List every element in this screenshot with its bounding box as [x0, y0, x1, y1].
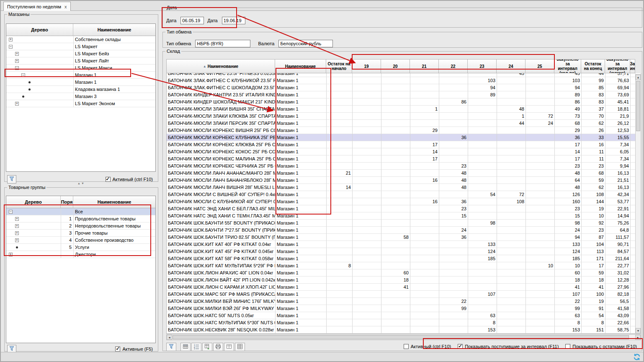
filter-button[interactable] [166, 343, 176, 351]
col-header-qty[interactable]: Закуплено за интервал (кол-во) [554, 59, 581, 73]
table-row[interactable]: БАТОНЧИК ШОК.БАУНТИ 7*27.5Г BOUNTY (ПРИК… [167, 227, 641, 234]
show-with-stock-checkbox[interactable]: Показывать с остатками (F10) [565, 344, 637, 349]
table-row[interactable]: БАТОНЧИК МЮСЛИ ЛАНЧ АНАНАС/МАНГО 28Г MUE… [167, 170, 641, 177]
tree-row[interactable]: +3Прочие товары [6, 230, 155, 237]
table-row[interactable]: БАТОНЧИК МЮСЛИ КОРНЕКС ЧЕРНИКА 25Г РБ CO… [167, 163, 641, 170]
expand-icon[interactable]: + [9, 253, 13, 256]
splitter-handle[interactable]: ▲▼ [4, 181, 158, 185]
table-row[interactable]: БАТОНЧИК ШОК.КИТ КАТ 45Г РФ KITKAT 0.045… [167, 248, 641, 255]
tree-row[interactable]: −LS Маркет Макси [6, 65, 155, 72]
tree-row[interactable]: −Все [6, 208, 155, 215]
table-row[interactable]: БАТОНЧИК МЮСЛИ КОРНЕКС ВИШНЯ 25Г РБ CORМ… [167, 127, 641, 134]
vertical-scrollbar[interactable]: ▲ ▼ [635, 74, 641, 334]
checkbox-box[interactable] [404, 344, 409, 349]
date-from-input[interactable] [180, 17, 204, 24]
export-button[interactable] [202, 343, 212, 351]
tab-receipts-by-weeks[interactable]: Поступления по неделям x [3, 2, 71, 11]
tree-row[interactable]: +2Непродовольственные товары [6, 222, 155, 230]
table-row[interactable]: БАТОНЧИК МЮСЛИ КОРНЕКС КОКОС 25Г РБ CORN… [167, 148, 641, 155]
tree-row[interactable]: +LS Маркет Лайт [6, 57, 155, 65]
col-header-week-22[interactable]: 22 [439, 59, 468, 73]
table-row[interactable]: БАТОНЧИК ШОК.МИЛКИ ВЕЙ МИНИС 176Г MILKYW… [167, 298, 641, 305]
active-checkbox[interactable]: Активные (F5) [115, 346, 153, 352]
col-header-sum[interactable]: Закуплено за интервал (сумма) [605, 59, 630, 73]
tree-row[interactable]: −Магазин 1 [6, 72, 155, 79]
table-row[interactable]: БАТОНЧИК ЗЛАК.ФИТНЕС С КЛУБНИКОЙ 23.5Г F… [167, 77, 641, 84]
show-received-interval-checkbox[interactable]: Показывать поступившие за интервал (F11) [458, 344, 559, 349]
scroll-left-icon[interactable]: ◄ [167, 335, 172, 340]
table-row[interactable]: БАТОНЧИК ШОК.НЕСКВИК 28Г NESQUIK 0.028кг… [167, 326, 641, 334]
table-row[interactable]: БАТОНЧИК ШОК.КИТ КАТ 58Г РФ KITKAT 0.058… [167, 255, 641, 262]
table-row[interactable]: БАТОНЧИК КИНДЕР ШОКОЛАД МАКСИ 21Г KINDER… [167, 98, 641, 106]
table-row[interactable]: БАТОНЧИК ШОК.КИТ КАТ МУЛЬТИПАК 5*29Г РФ … [167, 262, 641, 269]
col-header-tree[interactable]: Дерево [6, 24, 73, 36]
table-row[interactable]: БАТОНЧИК ЗЛАК ФИТНЕС 23.5Г FITNESS 0.023… [167, 73, 641, 77]
table-row[interactable]: БАТОНЧИК НАТС ЭНД ХАНИ С БЕЛ.ГЛАЗ.45Г MI… [167, 205, 641, 212]
print-button[interactable] [213, 343, 223, 351]
col-header-week-24[interactable]: 24 [497, 59, 526, 73]
table-row[interactable]: БАТОНЧИК ЗЛАК.ФИТНЕС С ШОКОЛАДОМ 23.5Г F… [167, 84, 641, 91]
scroll-down-icon[interactable]: ▼ [636, 328, 641, 334]
table-row[interactable]: БАТОНЧИК-МЮСЛИ ЗЛАКИ КЛЮКВА 35Г СПАРТАКМ… [167, 113, 641, 120]
col-header-partial[interactable]: За ин [630, 59, 635, 73]
col-header-week-25[interactable]: 25 [526, 59, 554, 73]
table-row[interactable]: БАТОНЧИК-МЮСЛИ ЗЛАКИ ВИШНЯ 35Г СПАРТАК 0… [167, 106, 641, 113]
table-row[interactable]: БАТОНЧИК ШОК.ЛИОН ВАЙТ 42Г РП LION 0.042… [167, 277, 641, 284]
checkbox-box[interactable] [458, 344, 463, 349]
col-header-name[interactable]: Наименование [73, 24, 155, 36]
collapse-icon[interactable]: − [9, 45, 13, 49]
tree-row[interactable]: +4Собственное производство [6, 237, 155, 244]
expand-icon[interactable]: + [15, 52, 19, 56]
col-header-store[interactable]: Наименование [275, 59, 326, 73]
collapse-icon[interactable]: − [15, 66, 19, 70]
table-row[interactable]: БАТОНЧИК МЮСЛИ ЛАНЧ БАНАН/ЯБЛОКО 28Г MUE… [167, 177, 641, 184]
table-row[interactable]: БАТОНЧИК ШОК.ЛИОН АРАХИС 40Г LION 0.04кг… [167, 269, 641, 277]
expand-icon[interactable]: + [15, 224, 19, 228]
col-header-order[interactable]: Поря [61, 196, 73, 208]
col-header-week-23[interactable]: 23 [468, 59, 497, 73]
scrollbar-thumb[interactable] [636, 81, 640, 131]
expand-icon[interactable]: + [15, 217, 19, 221]
table-row[interactable]: БАТОНЧИК МЮСЛИ КОРНЕКС КЛЮКВА 25Г РБ COR… [167, 141, 641, 148]
tree-row[interactable]: Кладовка магазина 1 [6, 86, 155, 93]
tree-row[interactable]: +Джестори [6, 251, 155, 258]
table-row[interactable]: БАТОНЧИК ШОК.НАТС МУЛЬТИПАК 5*30Г NUTS 0… [167, 319, 641, 326]
table-row[interactable]: БАТОНЧИК ШОК.ЛИОН С КАРАМ.И ХЛОП.42Г LIO… [167, 284, 641, 291]
date-to-input[interactable] [222, 17, 245, 24]
table-row[interactable]: БАТОНЧИК КИНДЕР КАНТРИ 23.5Г ИТАЛИЯ KIND… [167, 91, 641, 98]
expand-icon[interactable]: + [9, 38, 13, 41]
expand-icon[interactable]: + [15, 231, 19, 235]
scroll-right-icon[interactable]: ► [635, 335, 641, 340]
numbering-button[interactable]: 123 [191, 343, 201, 351]
tree-row[interactable]: 5Услуги [6, 244, 155, 251]
table-row[interactable]: БАТОНЧИК ШОК.МАРС 50Г РФ MARS (ПРИКАССА)… [167, 291, 641, 298]
tree-row[interactable]: +Собственные склады [6, 36, 155, 43]
table-row[interactable]: БАТОНЧИК-МЮСЛИ ЗЛАКИ ПЕРСИК 35Г СПАРТАК … [167, 120, 641, 127]
checkbox-box[interactable] [115, 346, 120, 352]
table-row[interactable]: БАТОНЧИК МЮСЛИ С КЛУБНИКОЙ 40Г СУПЕР! 0.… [167, 198, 641, 205]
col-header-name[interactable]: Наименование [73, 196, 155, 208]
tree-row[interactable]: +LS Маркет Эконом [6, 100, 155, 107]
tree-row[interactable]: +LS Маркет Бейз [6, 50, 155, 57]
expand-icon[interactable]: + [15, 59, 19, 63]
tree-row[interactable]: Магазин 1 [6, 79, 155, 86]
horizontal-scrollbar[interactable]: ◄ ► [166, 334, 641, 340]
table-row[interactable]: БАТОНЧИК МЮСЛИ КОРНЕКС КЛУБНИКА 25Г РБ C… [167, 134, 641, 141]
table-row[interactable]: БАТОНЧИК ШОК.БАУНТИ ТРИО 82.5Г BOUNTY (П… [167, 234, 641, 241]
table-row[interactable]: БАТОНЧИК МЮСЛИ С ВИШНЕЙ 40Г СУПЕР! 0.4кг… [167, 191, 641, 198]
table-row[interactable]: БАТОНЧИК ШОК.КИТ КАТ 40Г РФ KITKAT 0.04к… [167, 241, 641, 248]
tree-row[interactable]: Магазин 3 [6, 93, 155, 100]
checkbox-box[interactable] [565, 344, 570, 349]
table-row[interactable]: БАТОНЧИК МЮСЛИ ЛАНЧ ВИШНЯ 28Г MUESLI LUN… [167, 184, 641, 191]
tree-row[interactable]: +1Продовольственные товары [6, 215, 155, 222]
exchange-type-input[interactable] [195, 40, 250, 47]
col-header-tree[interactable]: Дерево [6, 196, 61, 208]
col-header-name[interactable]: ▲Наименование [166, 59, 275, 73]
tree-row[interactable]: −LS Маркет [6, 43, 155, 50]
col-header-week-20[interactable]: 20 [381, 59, 410, 73]
report-button[interactable] [224, 343, 234, 351]
table-row[interactable]: БАТОНЧИК ШОК.НАТС 50Г NUTS 0.05кгМагазин… [167, 312, 641, 319]
expand-icon[interactable]: + [15, 238, 19, 242]
col-header-end[interactable]: Остаток на конец [581, 59, 605, 73]
scrollbar-thumb[interactable] [173, 335, 629, 339]
